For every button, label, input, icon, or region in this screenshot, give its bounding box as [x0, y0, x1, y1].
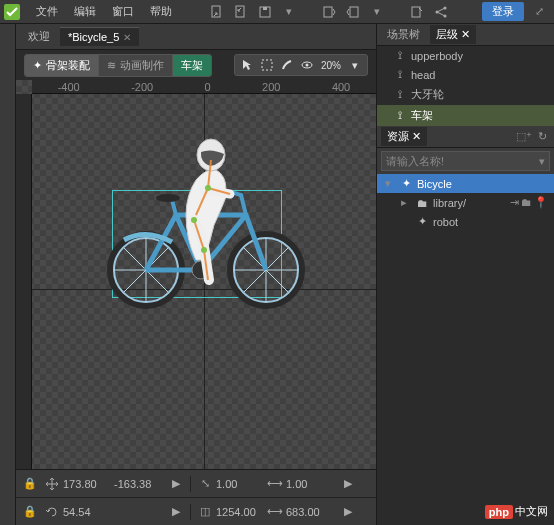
dropdown2-icon[interactable]: ▾: [366, 3, 388, 21]
size-link-icon[interactable]: ⟷: [267, 504, 283, 520]
opacity-value[interactable]: 20%: [319, 60, 343, 71]
item-label: 车架: [411, 108, 433, 123]
position-y[interactable]: -163.38: [114, 478, 162, 490]
lock2-icon[interactable]: 🔒: [22, 504, 38, 520]
canvas-artwork[interactable]: [86, 120, 306, 310]
menu-window[interactable]: 窗口: [104, 4, 142, 19]
import-icon[interactable]: [318, 3, 340, 21]
tab-resources[interactable]: 资源 ✕: [381, 127, 427, 146]
size-icon[interactable]: ◫: [197, 504, 213, 520]
resource-label: Bicycle: [417, 178, 452, 190]
tab-scene-tree[interactable]: 场景树: [381, 25, 426, 44]
save-icon[interactable]: [254, 3, 276, 21]
dropdown-icon[interactable]: ▾: [278, 3, 300, 21]
hierarchy-item-frame[interactable]: ⟟车架: [377, 105, 554, 126]
hierarchy-item-gear[interactable]: ⟟大牙轮: [377, 84, 554, 105]
hierarchy-item-head[interactable]: ⟟head: [377, 65, 554, 84]
resource-item-robot[interactable]: ✦ robot: [377, 212, 554, 231]
refresh-icon[interactable]: ↻: [534, 129, 550, 145]
tab-resources-label: 资源: [387, 129, 409, 144]
hierarchy-panel-header: 场景树 层级 ✕: [377, 24, 554, 46]
mode-frame[interactable]: 车架: [173, 55, 211, 76]
collapse-icon[interactable]: ▾: [385, 177, 395, 190]
tab-hierarchy-label: 层级: [436, 27, 458, 42]
folder-icon: 🖿: [415, 197, 429, 209]
res-action2-icon[interactable]: 🖿: [521, 196, 532, 209]
lock-icon[interactable]: 🔒: [22, 476, 38, 492]
svg-point-12: [305, 64, 308, 67]
close-tab-icon[interactable]: ✕: [123, 32, 131, 43]
hierarchy-item-upperbody[interactable]: ⟟upperbody: [377, 46, 554, 65]
scale-y[interactable]: 1.00: [286, 478, 334, 490]
global-toolbar: ▾ ▾: [190, 3, 452, 21]
mode-animation[interactable]: ≋动画制作: [99, 55, 173, 76]
item-label: 大牙轮: [411, 87, 444, 102]
expand-icon[interactable]: ⤢: [528, 3, 550, 21]
resource-label: library/: [433, 197, 466, 209]
opacity-dropdown-icon[interactable]: ▾: [347, 55, 363, 75]
size-h[interactable]: 683.00: [286, 506, 334, 518]
resource-folder-library[interactable]: ▸ 🖿 library/ ⇥ 🖿 📍: [377, 193, 554, 212]
close-panel-icon[interactable]: ✕: [461, 28, 470, 41]
canvas-viewport[interactable]: -400-2000200400: [16, 80, 376, 469]
new-file-icon[interactable]: [206, 3, 228, 21]
scale-link-icon[interactable]: ⟷: [267, 476, 283, 492]
mode-frame-label: 车架: [181, 58, 203, 73]
ruler-vertical: [16, 94, 32, 469]
svg-rect-10: [262, 60, 272, 70]
position-x[interactable]: 173.80: [63, 478, 111, 490]
scale-icon[interactable]: ⤡: [197, 476, 213, 492]
play4-icon[interactable]: ▶: [340, 504, 356, 520]
search-placeholder: 请输入名称!: [386, 154, 444, 169]
menu-file[interactable]: 文件: [28, 4, 66, 19]
bone-icon: ⟟: [393, 88, 407, 101]
brush-tool-icon[interactable]: [279, 55, 295, 75]
share-icon[interactable]: [430, 3, 452, 21]
res-action1-icon[interactable]: ⇥: [510, 196, 519, 209]
expand-icon[interactable]: ▸: [401, 196, 411, 209]
cursor-tool-icon[interactable]: [239, 55, 255, 75]
svg-point-34: [156, 194, 180, 202]
resources-tree: ▾ ✦ Bicycle ▸ 🖿 library/ ⇥ 🖿 📍 ✦: [377, 174, 554, 525]
mode-toolbar: ✦骨架装配 ≋动画制作 车架 20% ▾: [16, 50, 376, 80]
resources-panel-header: 资源 ✕ ⬚⁺ ↻: [377, 126, 554, 148]
tab-welcome[interactable]: 欢迎: [20, 26, 58, 47]
menu-help[interactable]: 帮助: [142, 4, 180, 19]
svg-point-42: [191, 217, 197, 223]
svg-line-26: [266, 248, 288, 270]
tab-bicycle[interactable]: *Bicycle_5 ✕: [60, 27, 139, 46]
play2-icon[interactable]: ▶: [340, 476, 356, 492]
menu-edit[interactable]: 编辑: [66, 4, 104, 19]
export-icon[interactable]: [342, 3, 364, 21]
svg-rect-3: [263, 7, 267, 10]
rotate-icon[interactable]: [44, 504, 60, 520]
close-panel2-icon[interactable]: ✕: [412, 130, 421, 143]
status-bar-2: 🔒 54.54 ▶ ◫ 1254.00 ⟷ 683.00 ▶: [16, 497, 376, 525]
play-icon[interactable]: ▶: [168, 476, 184, 492]
tab-hierarchy[interactable]: 层级 ✕: [430, 25, 476, 44]
rotation-value[interactable]: 54.54: [63, 506, 111, 518]
res-action3-icon[interactable]: 📍: [534, 196, 548, 209]
edit-icon[interactable]: [406, 3, 428, 21]
bone-icon: ⟟: [393, 109, 407, 122]
resource-root-bicycle[interactable]: ▾ ✦ Bicycle: [377, 174, 554, 193]
svg-point-43: [205, 185, 211, 191]
tab-bicycle-label: *Bicycle_5: [68, 31, 119, 43]
left-gutter: [0, 24, 16, 525]
move-icon[interactable]: [44, 476, 60, 492]
selection-tool-icon[interactable]: [259, 55, 275, 75]
size-w[interactable]: 1254.00: [216, 506, 264, 518]
add-resource-icon[interactable]: ⬚⁺: [516, 129, 532, 145]
svg-line-22: [124, 248, 146, 270]
watermark-suffix: 中文网: [515, 504, 548, 519]
eye-tool-icon[interactable]: [299, 55, 315, 75]
resource-search-input[interactable]: 请输入名称! ▾: [381, 151, 550, 171]
scale-x[interactable]: 1.00: [216, 478, 264, 490]
play3-icon[interactable]: ▶: [168, 504, 184, 520]
mode-rigging[interactable]: ✦骨架装配: [25, 55, 99, 76]
login-button[interactable]: 登录: [482, 2, 524, 21]
motion-icon: ≋: [107, 59, 116, 72]
search-dropdown-icon[interactable]: ▾: [539, 155, 545, 168]
tab-welcome-label: 欢迎: [28, 29, 50, 44]
open-file-icon[interactable]: [230, 3, 252, 21]
